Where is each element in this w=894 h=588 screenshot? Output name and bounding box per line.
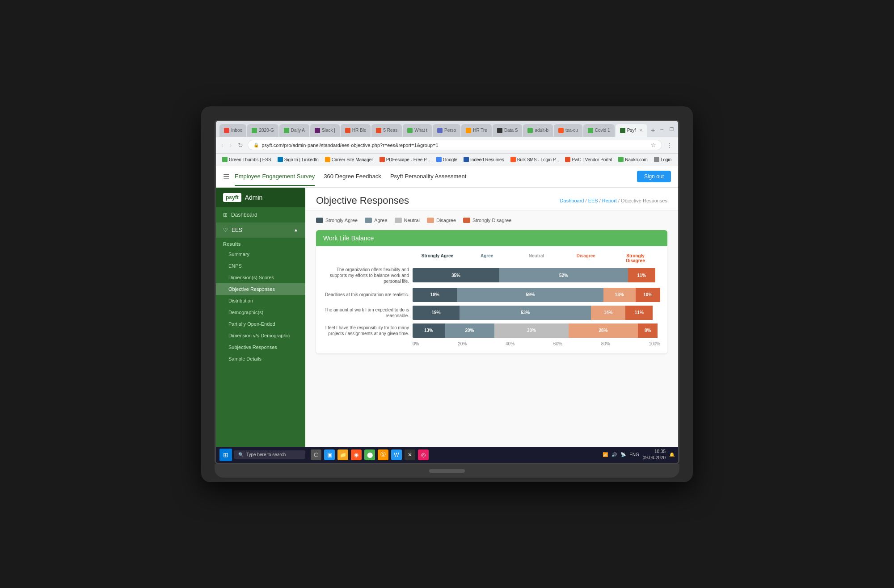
sidebar-sub-item[interactable]: Partially Open-Ended (216, 318, 305, 330)
notification-icon[interactable]: 🔔 (669, 452, 675, 457)
bar-segment: 11% (625, 306, 653, 320)
laptop-screen: Inbox2020-GDaily ASlack |HR Blo5 ReasWha… (215, 120, 679, 464)
start-button[interactable]: ⊞ (219, 449, 232, 461)
new-tab-button[interactable]: + (648, 126, 658, 134)
reload-button[interactable]: ↻ (236, 141, 245, 150)
legend-item: Strongly Agree (316, 218, 358, 223)
taskbar-icon-3[interactable]: 📁 (337, 449, 348, 460)
bar-segment: 13% (413, 323, 445, 338)
browser-tab[interactable]: Data S (493, 124, 523, 137)
chart-row-label: Deadlines at this organization are reali… (323, 292, 413, 298)
bookmark-item[interactable]: PDFescape - Free P... (377, 156, 433, 163)
taskbar-icon-6[interactable]: Ⓢ (378, 449, 388, 460)
chart-card: Work Life Balance Strongly Agree Agree N… (316, 230, 667, 353)
ees-label: EES (232, 227, 242, 233)
extensions-button[interactable]: ⋮ (665, 141, 675, 150)
sidebar-sub-item[interactable]: Demographic(s) (216, 307, 305, 318)
taskbar: ⊞ 🔍 Type here to search ⬡ ▣ 📁 ◉ ⬤ Ⓢ W ✕ … (216, 447, 678, 463)
sidebar-sub-item[interactable]: ENPS (216, 260, 305, 272)
browser-tab[interactable]: tea-cu (554, 124, 582, 137)
taskbar-icon-4[interactable]: ◉ (351, 449, 362, 460)
bar-segment: 35% (413, 268, 499, 282)
nav-link[interactable]: Psyft Personality Assessment (390, 168, 467, 186)
sys-network: 📡 (620, 452, 626, 457)
sidebar-item-ees[interactable]: ♡ EES ▲ (216, 223, 305, 238)
hamburger-menu[interactable]: ☰ (223, 172, 229, 181)
sidebar-sub-item[interactable]: Subjective Responses (216, 341, 305, 353)
bookmark-item[interactable]: PwC | Vendor Portal (562, 156, 615, 163)
chart-row-label: The amount of work I am expected to do i… (323, 307, 413, 319)
bar-segment: 30% (494, 323, 569, 338)
bar-container: 19%53%14%11% (413, 306, 660, 320)
browser-tab[interactable]: Inbox (219, 124, 246, 137)
breadcrumb: Dashboard / EES / Report / Objective Res… (560, 198, 667, 203)
sidebar-sub-item[interactable]: Dimension v/s Demographic (216, 330, 305, 341)
taskbar-icon-5[interactable]: ⬤ (364, 449, 375, 460)
restore-button[interactable]: ❐ (669, 126, 675, 133)
bookmark-item[interactable]: Green Thumbs | ESS (219, 156, 274, 163)
bar-segment: 53% (460, 306, 591, 320)
content-header: Objective Responses Dashboard / EES / Re… (305, 188, 678, 210)
bar-segment: 59% (457, 288, 603, 302)
laptop-frame: Inbox2020-GDaily ASlack |HR Blo5 ReasWha… (201, 106, 693, 482)
browser-tab[interactable]: adult-b (523, 124, 553, 137)
minimize-button[interactable]: ─ (659, 126, 665, 133)
window-controls: ─ ❐ ✕ (659, 126, 679, 134)
breadcrumb-ees[interactable]: EES (588, 198, 598, 203)
browser-tab[interactable]: Covid 1 (583, 124, 615, 137)
bookmark-item[interactable]: Indeed Resumes (461, 156, 507, 163)
chart-legend: Strongly AgreeAgreeNeutralDisagreeStrong… (316, 218, 667, 223)
taskbar-icon-1[interactable]: ⬡ (311, 449, 321, 460)
main-content: Objective Responses Dashboard / EES / Re… (305, 188, 678, 447)
taskbar-icon-2[interactable]: ▣ (324, 449, 335, 460)
bar-segment: 8% (638, 323, 658, 338)
chart-col-headers: Strongly Agree Agree Neutral Disagree St… (323, 253, 660, 263)
address-input[interactable]: 🔒 psyft.com/pro/admin-panel/standard/ees… (248, 140, 662, 150)
legend-item: Disagree (427, 218, 456, 223)
browser-tab[interactable]: Psyf✕ (616, 124, 647, 137)
browser-tab[interactable]: HR Blo (341, 124, 371, 137)
breadcrumb-dashboard[interactable]: Dashboard (560, 198, 584, 203)
browser-tab[interactable]: Daily A (279, 124, 309, 137)
browser-tab[interactable]: 2020-G (247, 124, 278, 137)
browser-tab[interactable]: 5 Reas (371, 124, 402, 137)
legend-label: Disagree (436, 218, 456, 223)
bar-container: 13%20%30%28%8% (413, 323, 660, 338)
forward-button[interactable]: › (228, 141, 234, 150)
x-axis-label: 20% (458, 341, 467, 346)
sign-out-button[interactable]: Sign out (637, 171, 671, 182)
sidebar-sub-item[interactable]: Distribution (216, 295, 305, 307)
ees-icon: ♡ (223, 227, 228, 233)
taskbar-icon-7[interactable]: W (391, 449, 402, 460)
col-label-strongly-agree: Strongly Agree (413, 253, 462, 263)
taskbar-icon-9[interactable]: ◎ (418, 449, 429, 460)
nav-link[interactable]: Employee Engagement Survey (235, 168, 315, 186)
sidebar-sub-item[interactable]: Objective Responses (216, 283, 305, 295)
browser-tab[interactable]: What t (403, 124, 432, 137)
more-bookmarks[interactable]: » (678, 156, 678, 163)
chart-body: Strongly Agree Agree Neutral Disagree St… (316, 246, 667, 353)
browser-tab[interactable]: Perso (433, 124, 460, 137)
bookmark-item[interactable]: Sign In | LinkedIn (275, 156, 321, 163)
bar-segment: 18% (413, 288, 457, 302)
bookmark-button[interactable]: ☆ (651, 142, 656, 148)
bookmark-item[interactable]: Bulk SMS - Login P... (508, 156, 562, 163)
nav-links: Employee Engagement Survey360 Degree Fee… (235, 168, 466, 186)
bookmark-item[interactable]: Google (434, 156, 460, 163)
taskbar-search[interactable]: 🔍 Type here to search (234, 450, 305, 459)
bookmark-item[interactable]: Naukri.com (616, 156, 650, 163)
browser-tab[interactable]: HR Tre (461, 124, 492, 137)
sidebar-sub-item[interactable]: Dimension(s) Scores (216, 272, 305, 283)
close-button[interactable]: ✕ (679, 126, 679, 133)
sidebar-sub-item[interactable]: Summary (216, 248, 305, 260)
back-button[interactable]: ‹ (219, 141, 225, 150)
breadcrumb-report[interactable]: Report (602, 198, 617, 203)
bookmark-item[interactable]: Login (651, 156, 674, 163)
sidebar: psyft Admin ⊞ Dashboard ♡ EES ▲ Results … (216, 188, 305, 447)
browser-tab[interactable]: Slack | (310, 124, 340, 137)
bookmark-item[interactable]: Career Site Manager (322, 156, 376, 163)
sidebar-item-dashboard[interactable]: ⊞ Dashboard (216, 207, 305, 223)
sidebar-item-sample-details[interactable]: Sample Details (216, 353, 305, 365)
taskbar-icon-8[interactable]: ✕ (405, 449, 415, 460)
nav-link[interactable]: 360 Degree Feedback (324, 168, 381, 186)
